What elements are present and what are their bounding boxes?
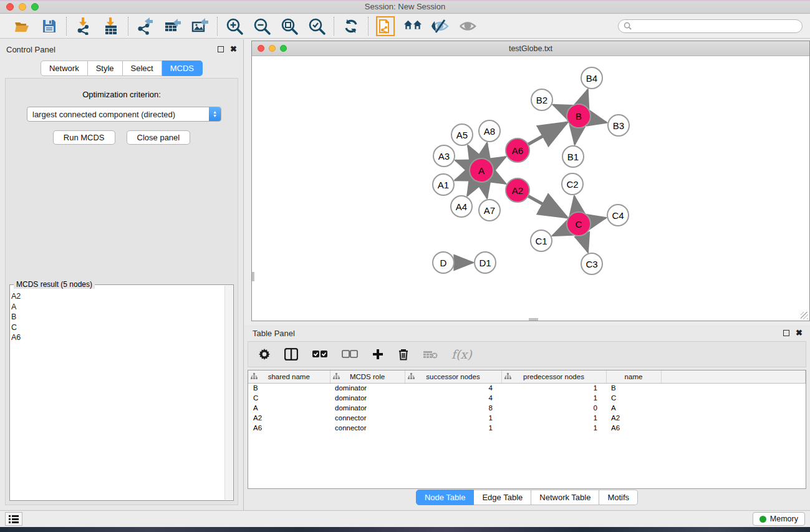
close-panel-button[interactable]: Close panel (127, 130, 191, 145)
zoom-fit-icon[interactable] (280, 17, 299, 36)
table-cell[interactable]: 1 (405, 413, 501, 423)
import-network-icon[interactable] (74, 17, 93, 36)
table-cell[interactable]: 0 (501, 403, 606, 413)
table-close-panel-icon[interactable]: ✖ (796, 330, 803, 336)
table-cell[interactable]: 1 (501, 423, 606, 433)
graph-node-label-A2: A2 (512, 185, 523, 196)
table-cell[interactable] (661, 413, 806, 423)
table-cell[interactable]: dominator (330, 403, 405, 413)
table-cell[interactable]: dominator (330, 383, 405, 393)
result-scrollbar[interactable] (224, 286, 233, 500)
search-box[interactable] (618, 19, 803, 33)
table-cell[interactable]: dominator (330, 393, 405, 403)
vertical-scrollbar[interactable] (252, 272, 254, 281)
table-cell[interactable]: C (606, 393, 661, 403)
table-cell[interactable]: connector (330, 413, 405, 423)
tab-style[interactable]: Style (88, 60, 123, 76)
table-cell[interactable]: C (248, 393, 330, 403)
titlebar: Session: New Session (0, 0, 810, 14)
table-row[interactable]: A2connector11A2 (248, 413, 806, 423)
mcds-result-item[interactable]: A2 (11, 291, 224, 302)
table-float-panel-icon[interactable] (783, 330, 789, 336)
zoom-selected-icon[interactable] (307, 17, 326, 36)
column-header-predecessor-nodes[interactable]: predecessor nodes (501, 370, 606, 383)
table-cell[interactable]: A (248, 403, 330, 413)
network-canvas[interactable]: AA1A3A5A8A4A7A6A2BB2B4B3B1CC2C4C1C3DD1 (252, 57, 809, 321)
gear-icon[interactable] (258, 348, 271, 360)
mcds-result-item[interactable]: A (11, 302, 224, 312)
mcds-result-item[interactable]: A6 (11, 332, 224, 343)
table-row[interactable]: Adominator80A (248, 403, 806, 413)
table-cell[interactable]: 1 (501, 413, 606, 423)
tab-edge-table[interactable]: Edge Table (474, 490, 531, 505)
search-input[interactable] (635, 22, 797, 31)
mcds-result-item[interactable]: C (11, 322, 224, 333)
column-header-MCDS-role[interactable]: MCDS role (330, 370, 405, 383)
table-cell[interactable]: B (248, 383, 330, 393)
close-panel-icon[interactable]: ✖ (230, 46, 237, 52)
zoom-out-icon[interactable] (253, 17, 271, 36)
table-cell[interactable]: connector (330, 423, 405, 433)
table-cell[interactable]: 8 (405, 403, 501, 413)
tab-mcds[interactable]: MCDS (162, 60, 203, 76)
save-session-icon[interactable] (40, 17, 59, 36)
delete-table-icon (423, 349, 438, 359)
show-task-history-button[interactable] (5, 512, 22, 526)
table-cell[interactable]: 1 (405, 423, 501, 433)
mcds-result-item[interactable]: B (11, 312, 224, 322)
export-image-icon[interactable] (191, 17, 210, 36)
table-row[interactable]: A6connector11A6 (248, 423, 806, 433)
table-cell[interactable] (661, 383, 806, 393)
export-network-icon[interactable] (136, 17, 155, 36)
memory-button[interactable]: Memory (753, 512, 805, 526)
show-all-icon[interactable] (458, 17, 477, 36)
open-file-icon[interactable] (12, 17, 31, 36)
add-column-icon[interactable] (372, 348, 384, 360)
float-panel-icon[interactable] (218, 46, 224, 52)
table-cell[interactable] (661, 423, 806, 433)
table-row[interactable]: Bdominator41B (248, 383, 806, 393)
table-cell[interactable]: 1 (501, 383, 606, 393)
first-neighbors-icon[interactable] (403, 17, 422, 36)
tab-network-table[interactable]: Network Table (531, 490, 599, 505)
table-cell[interactable]: 4 (405, 383, 501, 393)
column-header-shared-name[interactable]: shared name (248, 370, 330, 383)
tab-select[interactable]: Select (123, 60, 162, 76)
tab-motifs[interactable]: Motifs (599, 490, 638, 505)
mcds-result-list[interactable]: A2ABCA6 (11, 291, 224, 499)
resize-grip[interactable] (801, 312, 808, 319)
tab-node-table[interactable]: Node Table (416, 490, 475, 505)
table-cell[interactable]: A6 (606, 423, 661, 433)
table-cell[interactable]: A6 (248, 423, 330, 433)
main-toolbar (0, 14, 810, 39)
run-mcds-button[interactable]: Run MCDS (53, 130, 115, 145)
search-icon (624, 22, 632, 30)
table-cell[interactable] (661, 403, 806, 413)
table-cell[interactable]: B (606, 383, 661, 393)
status-bar: Memory (0, 510, 810, 527)
table-cell[interactable]: 1 (501, 393, 606, 403)
zoom-in-icon[interactable] (225, 17, 244, 36)
table-cell[interactable]: A2 (606, 413, 661, 423)
column-header-name[interactable]: name (606, 370, 661, 383)
table-cell[interactable] (661, 393, 806, 403)
hide-selected-icon[interactable] (431, 17, 450, 36)
table-cell[interactable]: A (606, 403, 661, 413)
tab-network[interactable]: Network (41, 60, 88, 76)
export-table-icon[interactable] (163, 17, 182, 36)
split-view-icon[interactable] (284, 348, 298, 360)
deselect-all-icon[interactable] (342, 350, 358, 359)
import-table-icon[interactable] (102, 17, 120, 36)
table-row[interactable]: Cdominator41C (248, 393, 806, 403)
refresh-icon[interactable] (342, 17, 360, 36)
delete-icon[interactable] (398, 348, 409, 360)
graph-node-label-A3: A3 (438, 151, 450, 162)
select-all-icon[interactable] (312, 350, 328, 359)
control-panel-title: Control Panel (6, 45, 218, 54)
new-network-from-selection-icon[interactable] (376, 17, 395, 36)
horizontal-scrollbar[interactable] (529, 318, 538, 321)
criterion-select[interactable]: largest connected component (directed) ▲… (27, 107, 221, 122)
table-cell[interactable]: A2 (248, 413, 330, 423)
column-header-successor-nodes[interactable]: successor nodes (405, 370, 501, 383)
table-cell[interactable]: 4 (405, 393, 501, 403)
